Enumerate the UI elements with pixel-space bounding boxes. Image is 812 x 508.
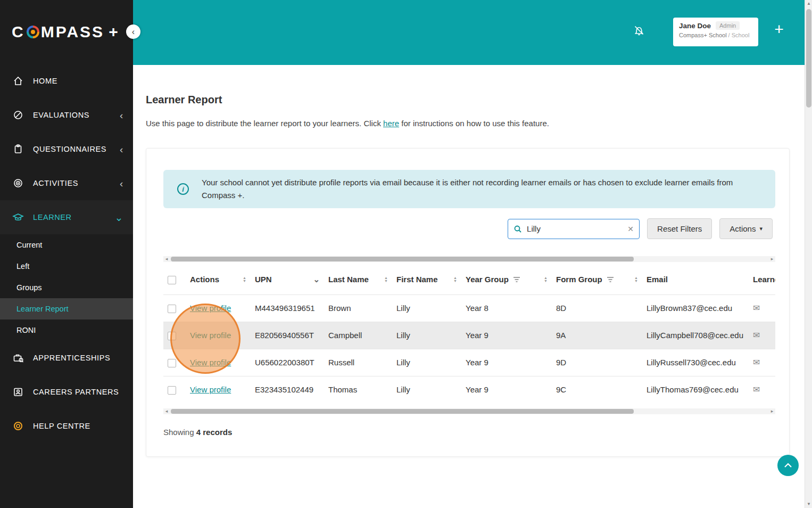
scrollbar-thumb[interactable] xyxy=(806,9,811,108)
year-group-cell: Year 9 xyxy=(461,376,552,403)
search-box[interactable]: ✕ xyxy=(508,219,640,239)
sorted-desc-icon[interactable]: ⌄ xyxy=(313,275,320,284)
scroll-up-icon[interactable]: ▲ xyxy=(805,0,812,7)
col-upn: UPN xyxy=(255,275,272,284)
add-button[interactable]: + xyxy=(770,20,788,38)
browser-scrollbar[interactable]: ▲ ▼ xyxy=(805,0,812,508)
sidebar: CMPASS+ HOME EVALUATIONS ‹ xyxy=(0,0,133,508)
table-row: View profile U65602200380T Russell Lilly… xyxy=(163,349,775,376)
clear-search-icon[interactable]: ✕ xyxy=(627,225,634,233)
sidebar-item-questionnaires[interactable]: QUESTIONNAIRES ‹ xyxy=(0,132,133,166)
view-profile-link[interactable]: View profile xyxy=(190,358,231,367)
sidebar-subitem-left[interactable]: Left xyxy=(0,256,133,277)
filter-icon[interactable] xyxy=(513,276,520,283)
chevron-left-icon[interactable]: ‹ xyxy=(120,144,123,154)
sidebar-item-careers-partners[interactable]: CAREERS PARTNERS xyxy=(0,375,133,409)
sidebar-collapse-button[interactable]: ‹ xyxy=(126,24,140,39)
envelope-icon[interactable]: ✉ xyxy=(753,304,760,313)
notifications-muted-icon[interactable] xyxy=(632,23,646,37)
row-checkbox[interactable] xyxy=(168,359,176,367)
envelope-icon[interactable]: ✉ xyxy=(753,358,760,367)
form-group-cell: 9D xyxy=(552,349,642,376)
upn-cell: U65602200380T xyxy=(251,349,324,376)
activities-icon xyxy=(12,178,24,189)
scroll-right-icon[interactable]: ▸ xyxy=(769,408,775,414)
actions-dropdown-button[interactable]: Actions ▾ xyxy=(719,218,773,239)
sort-icon[interactable]: ▲▼ xyxy=(544,276,548,283)
logo-letter-c: C xyxy=(12,23,25,41)
email-cell: LillyThomas769@cec.edu xyxy=(642,376,749,403)
email-cell: LillyBrown837@cec.edu xyxy=(642,294,749,322)
view-profile-link[interactable]: View profile xyxy=(190,385,231,394)
scrollbar-thumb[interactable] xyxy=(171,409,634,414)
row-checkbox[interactable] xyxy=(168,386,176,395)
sidebar-subitem-roni[interactable]: RONI xyxy=(0,319,133,341)
evaluations-icon xyxy=(12,110,24,120)
info-icon: i xyxy=(177,183,189,195)
sidebar-subitem-current[interactable]: Current xyxy=(0,234,133,256)
sort-icon[interactable]: ▲▼ xyxy=(384,276,388,283)
view-profile-link[interactable]: View profile xyxy=(190,331,231,340)
select-all-checkbox[interactable] xyxy=(168,276,176,284)
upn-cell: E323435102449 xyxy=(251,376,324,403)
last-name-cell: Russell xyxy=(324,349,392,376)
filter-icon[interactable] xyxy=(607,276,614,283)
user-menu[interactable]: Jane Doe Admin Compass+ School/ School xyxy=(673,18,758,46)
sort-icon[interactable]: ▲▼ xyxy=(243,276,246,283)
row-checkbox[interactable] xyxy=(168,305,176,313)
search-input[interactable] xyxy=(527,224,623,233)
sidebar-item-learner[interactable]: LEARNER ⌄ xyxy=(0,200,133,234)
scrollbar-thumb[interactable] xyxy=(171,257,634,261)
scroll-left-icon[interactable]: ◂ xyxy=(163,408,170,414)
instructions-link[interactable]: here xyxy=(383,119,399,128)
sidebar-item-evaluations[interactable]: EVALUATIONS ‹ xyxy=(0,98,133,132)
upn-cell: M443496319651 xyxy=(251,294,324,322)
email-cell: LillyRussell730@cec.edu xyxy=(642,349,749,376)
user-role-badge: Admin xyxy=(716,21,740,30)
learner-report-card: i Your school cannot yet distribute prof… xyxy=(146,148,790,457)
last-name-cell: Campbell xyxy=(324,322,392,349)
reset-filters-button[interactable]: Reset Filters xyxy=(647,218,712,239)
careers-partners-icon xyxy=(12,387,24,397)
sidebar-item-label: HOME xyxy=(33,77,57,85)
sidebar-item-apprenticeships[interactable]: APPRENTICESHIPS xyxy=(0,341,133,375)
user-name: Jane Doe xyxy=(679,22,711,30)
sidebar-item-label: CAREERS PARTNERS xyxy=(33,388,119,396)
sidebar-subitem-groups[interactable]: Groups xyxy=(0,277,133,298)
sidebar-item-home[interactable]: HOME xyxy=(0,64,133,98)
table-header-row: Actions▲▼ UPN⌄ Last Name▲▼ First Name▲▼ … xyxy=(163,265,775,294)
help-centre-icon xyxy=(12,421,24,431)
row-checkbox[interactable] xyxy=(168,332,176,340)
sidebar-subitem-learner-report[interactable]: Learner Report xyxy=(0,298,133,319)
learner-table-wrap: Actions▲▼ UPN⌄ Last Name▲▼ First Name▲▼ … xyxy=(163,265,775,406)
search-icon xyxy=(513,225,522,233)
scroll-to-top-button[interactable] xyxy=(777,455,799,476)
first-name-cell: Lilly xyxy=(392,322,461,349)
sidebar-item-label: QUESTIONNAIRES xyxy=(33,145,106,153)
filter-toolbar: ✕ Reset Filters Actions ▾ xyxy=(508,218,773,239)
table-scrollbar-top[interactable]: ◂ ▸ xyxy=(163,256,775,262)
learner-table: Actions▲▼ UPN⌄ Last Name▲▼ First Name▲▼ … xyxy=(163,265,775,403)
scroll-left-icon[interactable]: ◂ xyxy=(163,256,170,262)
sidebar-item-label: EVALUATIONS xyxy=(33,111,89,119)
envelope-icon[interactable]: ✉ xyxy=(753,331,760,340)
sidebar-nav: HOME EVALUATIONS ‹ QUESTIONNAIRES ‹ xyxy=(0,64,133,443)
sidebar-item-label: ACTIVITIES xyxy=(33,179,78,187)
chevron-left-icon[interactable]: ‹ xyxy=(120,178,123,189)
chevron-left-icon[interactable]: ‹ xyxy=(120,110,123,120)
collapse-icon: ‹ xyxy=(132,27,135,37)
chevron-down-icon[interactable]: ⌄ xyxy=(114,212,123,223)
scroll-right-icon[interactable]: ▸ xyxy=(769,256,775,262)
table-row: View profile E82056940556T Campbell Lill… xyxy=(163,322,775,349)
envelope-icon[interactable]: ✉ xyxy=(753,385,760,394)
sort-icon[interactable]: ▲▼ xyxy=(453,276,457,283)
sort-icon[interactable]: ▲▼ xyxy=(634,276,638,283)
sidebar-item-label: LEARNER xyxy=(33,213,72,222)
view-profile-link[interactable]: View profile xyxy=(190,304,231,313)
sidebar-item-help-centre[interactable]: HELP CENTRE xyxy=(0,409,133,443)
sidebar-item-activities[interactable]: ACTIVITIES ‹ xyxy=(0,166,133,200)
info-alert: i Your school cannot yet distribute prof… xyxy=(163,170,775,208)
first-name-cell: Lilly xyxy=(392,376,461,403)
scroll-down-icon[interactable]: ▼ xyxy=(805,501,812,508)
table-scrollbar-bottom[interactable]: ◂ ▸ xyxy=(163,408,775,414)
